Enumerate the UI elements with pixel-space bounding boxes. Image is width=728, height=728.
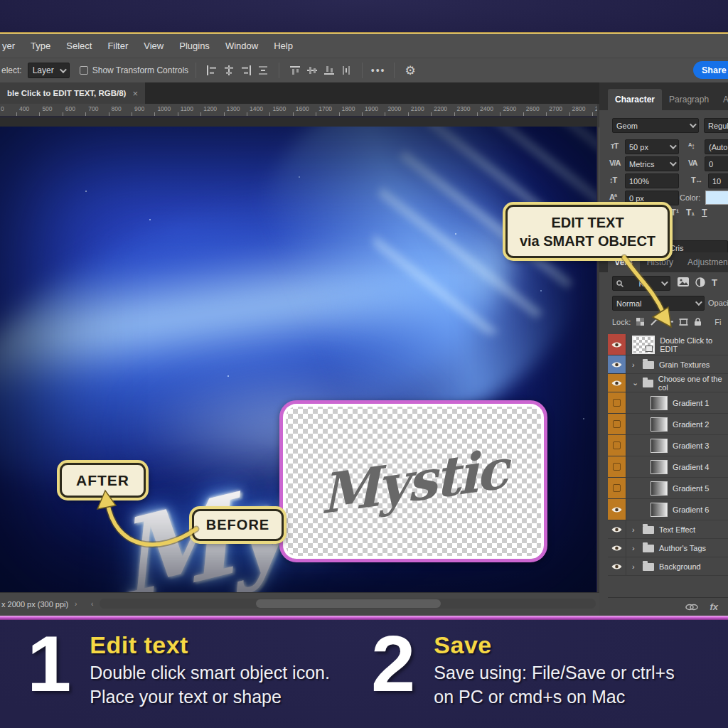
tab-adjustments[interactable]: Adjustments xyxy=(680,252,728,272)
chevron-right-icon[interactable]: › xyxy=(632,360,638,369)
layer-row[interactable]: ›Background xyxy=(608,557,728,576)
gradient-thumbnail[interactable] xyxy=(651,503,668,517)
align-horizontal-centers-icon[interactable] xyxy=(220,62,237,79)
tab-actions[interactable]: Action xyxy=(716,89,728,110)
layer-visibility-toggle[interactable] xyxy=(608,539,626,557)
baseline-shift-field[interactable]: 0 px xyxy=(625,191,679,205)
menu-item-filter[interactable]: Filter xyxy=(107,41,128,51)
menu-item-select[interactable]: Select xyxy=(66,41,92,51)
layer-visibility-toggle[interactable] xyxy=(608,520,626,538)
font-size-dropdown[interactable]: 50 px xyxy=(625,139,679,154)
distribute-vertically-icon[interactable] xyxy=(338,62,355,79)
menu-item-type[interactable]: Type xyxy=(31,41,50,51)
scroll-left-icon[interactable]: ‹ xyxy=(91,600,93,608)
layer-row[interactable]: Double Click to EDIT xyxy=(608,334,728,355)
layer-filter-dropdown[interactable]: Ki xyxy=(612,276,670,291)
layer-row[interactable]: Gradient 3 xyxy=(608,435,728,456)
horizontal-scale-field[interactable]: 10 xyxy=(708,173,728,188)
hidden-eye-box xyxy=(613,399,621,407)
font-size-icon: тT xyxy=(611,141,618,150)
gradient-thumbnail[interactable] xyxy=(651,439,668,453)
layer-row[interactable]: ›Author's Tags xyxy=(608,539,728,557)
layer-row[interactable]: ›Text Effect xyxy=(608,520,728,539)
format-button[interactable]: T xyxy=(702,208,707,218)
horizontal-scrollbar[interactable] xyxy=(100,599,596,609)
align-left-edges-icon[interactable] xyxy=(203,62,220,79)
layer-visibility-toggle[interactable] xyxy=(608,499,626,520)
layer-visibility-toggle[interactable] xyxy=(608,355,626,373)
filter-pixel-layers-icon[interactable] xyxy=(678,277,689,288)
leading-dropdown[interactable]: (Auto xyxy=(705,139,728,154)
layer-visibility-toggle[interactable] xyxy=(608,374,626,392)
layer-visibility-toggle[interactable] xyxy=(608,435,626,456)
font-style-dropdown[interactable]: Regul xyxy=(704,118,728,133)
chevron-right-icon[interactable]: › xyxy=(632,562,638,571)
leading-icon: ᴬ↕ xyxy=(688,141,695,150)
filter-type-layers-icon[interactable]: T xyxy=(712,277,717,288)
layer-row[interactable]: Gradient 6 xyxy=(608,499,728,520)
font-family-dropdown[interactable]: Geom xyxy=(612,118,699,133)
lock-position-icon[interactable] xyxy=(664,317,673,326)
layer-visibility-toggle[interactable] xyxy=(608,557,626,575)
close-icon[interactable]: × xyxy=(132,88,138,99)
layer-row[interactable]: Gradient 5 xyxy=(608,478,728,499)
document-tab[interactable]: ble Click to EDIT TEXT, RGB/8) × xyxy=(0,82,145,104)
layer-visibility-toggle[interactable] xyxy=(608,478,626,498)
layer-effects-icon[interactable]: fx xyxy=(710,601,718,612)
menu-item-yer[interactable]: yer xyxy=(2,41,15,51)
layer-row[interactable]: Gradient 1 xyxy=(608,392,728,414)
chevron-right-icon[interactable]: › xyxy=(632,525,638,534)
more-options-icon[interactable]: ••• xyxy=(370,62,387,79)
tracking-field[interactable]: 0 xyxy=(705,156,728,171)
show-transform-controls-checkbox[interactable] xyxy=(80,66,88,75)
kerning-dropdown[interactable]: Metrics xyxy=(625,156,679,171)
menu-item-window[interactable]: Window xyxy=(225,41,258,51)
layer-row[interactable]: Gradient 2 xyxy=(608,414,728,435)
distribute-horizontally-icon[interactable] xyxy=(255,62,272,79)
align-right-edges-icon[interactable] xyxy=(237,62,255,79)
layer-visibility-toggle[interactable] xyxy=(608,414,626,434)
gradient-thumbnail[interactable] xyxy=(651,481,668,496)
menu-item-view[interactable]: View xyxy=(144,41,164,51)
gradient-thumbnail[interactable] xyxy=(651,417,668,432)
blend-mode-value: Normal xyxy=(616,299,641,308)
chevron-right-icon[interactable]: › xyxy=(632,544,638,552)
ruler-tick: 2300 xyxy=(457,105,471,112)
gradient-thumbnail[interactable] xyxy=(651,460,668,474)
format-button[interactable]: T₁ xyxy=(686,208,695,218)
text-color-swatch[interactable] xyxy=(705,191,728,205)
step-title: Edit text xyxy=(90,631,330,659)
workspace-gear-icon[interactable]: ⚙ xyxy=(402,62,419,79)
layer-row[interactable]: ›Grain Textures xyxy=(608,355,728,374)
share-button[interactable]: Share xyxy=(693,61,728,79)
lock-artboard-icon[interactable] xyxy=(679,318,688,326)
ruler-tick: 400 xyxy=(19,105,29,112)
lock-all-icon[interactable] xyxy=(694,318,702,326)
smart-object-thumbnail[interactable] xyxy=(632,336,655,354)
align-bottom-edges-icon[interactable] xyxy=(321,62,338,79)
link-layers-icon[interactable] xyxy=(685,604,698,611)
chevron-down-icon[interactable]: ⌄ xyxy=(632,378,638,387)
layer-visibility-toggle[interactable] xyxy=(608,392,626,413)
layer-filter-icons: T xyxy=(678,277,717,288)
horizontal-scrollbar-thumb[interactable] xyxy=(256,599,441,608)
select-mode-dropdown[interactable]: Layer xyxy=(28,63,70,78)
tab-character[interactable]: Character xyxy=(608,89,662,110)
align-top-edges-icon[interactable] xyxy=(287,62,304,79)
layer-visibility-toggle[interactable] xyxy=(608,456,626,477)
format-button[interactable]: T¹ xyxy=(671,208,679,218)
lock-image-pixels-icon[interactable] xyxy=(650,318,658,326)
font-family-value: Geom xyxy=(616,122,638,130)
blend-mode-dropdown[interactable]: Normal xyxy=(612,296,705,311)
layer-visibility-toggle[interactable] xyxy=(608,334,626,355)
layer-row[interactable]: ⌄Choose one of the col xyxy=(608,374,728,392)
gradient-thumbnail[interactable] xyxy=(651,396,668,410)
vertical-scale-field[interactable]: 100% xyxy=(625,173,679,188)
filter-adjustment-layers-icon[interactable] xyxy=(695,277,705,288)
align-vertical-centers-icon[interactable] xyxy=(304,62,321,79)
lock-transparent-pixels-icon[interactable] xyxy=(636,318,644,326)
layer-row[interactable]: Gradient 4 xyxy=(608,456,728,478)
tab-paragraph[interactable]: Paragraph xyxy=(662,89,716,110)
menu-item-help[interactable]: Help xyxy=(274,41,293,51)
menu-item-plugins[interactable]: Plugins xyxy=(179,41,210,51)
